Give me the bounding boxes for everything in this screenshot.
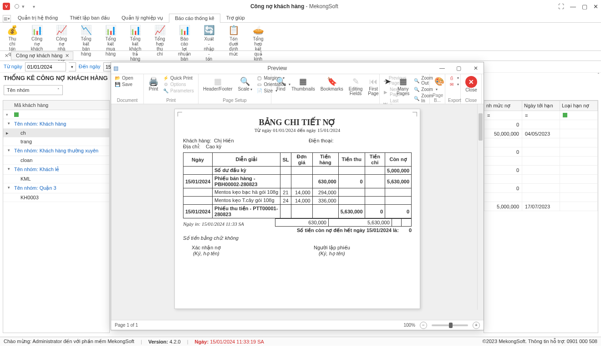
customer-row[interactable]: cloan (3, 156, 109, 165)
ribbon-btn-5[interactable]: 📊Tổngkếtkháchtrảhàng (123, 24, 148, 50)
report-meta: Khách hàng: Chị Hiền Điện thoại: Địa chỉ… (183, 138, 412, 150)
minimize-icon[interactable]: — (570, 3, 576, 10)
filter-icon (563, 113, 567, 117)
report-subtitle: Từ ngày 01/01/2024 đến ngày 15/01/2024 (183, 127, 412, 133)
group-by-dropdown[interactable]: Tên nhóm ˄ (4, 85, 63, 95)
table-row[interactable]: 0 (484, 120, 598, 129)
table-row[interactable] (484, 157, 598, 166)
collapse-ribbon-icon[interactable]: ˆ (598, 73, 599, 78)
window-controls: ⛶ — ▢ ✕ (554, 3, 598, 10)
ribbon-btn-10[interactable]: 🥧Tổnghợpkếtquảkinhdoanh (246, 24, 270, 50)
column-header[interactable]: Ngày tới hạn (522, 101, 560, 111)
ribbon-btn-0[interactable]: 💰Thuchitồnquỹ (0, 24, 25, 50)
ribbon-btn-6[interactable]: 📈Tổnghợpthuchi (148, 24, 172, 50)
ribbon-icon: 📈 (55, 25, 68, 35)
ribbon-btn-7[interactable]: 📊Báocáolợinhuậnbánhàng (172, 24, 197, 50)
column-header[interactable]: Loại hạn nợ (560, 101, 598, 111)
ribbon-btn-8[interactable]: 🔄Xuất-nhập-tồnkho (197, 24, 221, 50)
find-button[interactable]: 🔍Find (274, 75, 288, 92)
column-header-code[interactable]: Mã khách hàng (3, 101, 109, 110)
quick-print-button[interactable]: ⚡Quick Print (162, 75, 195, 81)
ribbon-icon: 📊 (178, 25, 191, 35)
customer-row[interactable]: ▸ch (3, 129, 109, 137)
report-title: BẢNG CHI TIẾT NỢ (183, 117, 412, 127)
from-date-picker-icon[interactable]: ▾ (69, 62, 76, 71)
maximize-icon[interactable]: ▢ (582, 3, 587, 10)
group-header[interactable]: Tên nhóm: Quận 3 (3, 183, 109, 193)
scale-button[interactable]: 🔍Scale▾ (236, 75, 254, 93)
print-button[interactable]: 🖨️Print (147, 75, 160, 92)
save-button[interactable]: 💾Save (114, 81, 134, 87)
fullscreen-icon[interactable]: ⛶ (558, 3, 564, 10)
tab-close-icon[interactable]: ✕ (65, 53, 69, 59)
ribbon-icon: 📊 (129, 25, 142, 35)
pointer-button[interactable]: ➤ (382, 75, 393, 88)
group-header[interactable]: Tên nhóm: Khách hàng thường xuyên (3, 146, 109, 156)
table-row[interactable]: 0 (484, 166, 598, 175)
preview-ribbon: 📂Open 💾Save Document 🖨️Print ⚡Quick Prin… (111, 74, 484, 104)
copyright-text: ©2023 MekongSoft. Thông tin hỗ trợ: 0901… (483, 339, 597, 344)
table-row[interactable]: 5,000,00017/07/2023 (484, 202, 598, 211)
group-by-label: Tên nhóm (7, 87, 30, 93)
window-title: Công nợ khách hàng - MekongSoft (35, 3, 554, 10)
main-tab-4[interactable]: Trợ giúp (220, 13, 251, 22)
ribbon-btn-3[interactable]: 📉Tổngkếtbánhàng (74, 24, 98, 50)
thumbnails-button[interactable]: ▦Thumbnails (290, 75, 317, 92)
group-header[interactable]: Tên nhóm: Khách hàng (3, 119, 109, 129)
ribbon-btn-1[interactable]: 📊Côngnợkháchhàng (25, 24, 49, 50)
filter-icon[interactable] (14, 112, 19, 117)
preview-minimize-icon[interactable]: — (434, 65, 450, 71)
ribbon-icon: 💰 (6, 25, 19, 35)
main-tab-0[interactable]: Quản trị hệ thống (12, 13, 64, 22)
ribbon-btn-4[interactable]: 📊Tổngkếtmuahàng (98, 24, 123, 50)
page-background-button[interactable]: 🎨 (433, 75, 446, 88)
export-pdf-button[interactable]: ⎙▾ (448, 75, 460, 81)
tab-cong-no[interactable]: Công nợ khách hàng ✕ (11, 51, 73, 60)
from-date-input[interactable] (25, 62, 66, 71)
ribbon-menu-icon[interactable]: ▥▾ (3, 15, 11, 22)
export-mail-button[interactable]: ✉▾ (448, 81, 460, 87)
debt-limit-grid: nh mức nợNgày tới hạnLoại hạn nợ ==050,0… (484, 100, 598, 333)
qat-arrow[interactable]: ▾ (22, 4, 25, 10)
ribbon-icon: 📊 (31, 25, 43, 35)
customer-row[interactable]: trang (3, 137, 109, 146)
quick-access-dropdown[interactable] (15, 4, 19, 9)
preview-page-area[interactable]: BẢNG CHI TIẾT NỢ Từ ngày 01/01/2024 đến … (111, 104, 484, 320)
many-pages-button[interactable]: ▦Many Pages (395, 75, 411, 97)
zoom-percent: 100% (403, 323, 415, 328)
column-header[interactable]: nh mức nợ (484, 101, 522, 111)
main-tab-1[interactable]: Thiết lập ban đầu (64, 13, 116, 22)
group-header[interactable]: Tên nhóm: Khách lẻ (3, 165, 109, 175)
main-tab-3[interactable]: Báo cáo thống kê (169, 14, 220, 23)
preview-maximize-icon[interactable]: ▢ (451, 65, 467, 71)
close-icon[interactable]: ✕ (593, 3, 598, 10)
table-row[interactable] (484, 175, 598, 184)
preview-title-bar: ▤ Preview — ▢ ✕ (111, 62, 484, 74)
filter-cell[interactable]: = (522, 111, 560, 120)
ribbon-btn-2[interactable]: 📈Côngnợnhàcungcấp (49, 24, 74, 50)
zoom-minus-button[interactable]: − (420, 322, 427, 329)
bookmarks-button: 🔖Bookmarks (319, 75, 345, 92)
main-tab-2[interactable]: Quản lý nghiệp vụ (116, 13, 169, 22)
filter-cell[interactable] (560, 111, 598, 120)
customer-grid: Mã khách hàng ▾ Tên nhóm: Khách hàng▸cht… (3, 100, 110, 333)
grid-filter-row[interactable]: ▾ (3, 110, 109, 119)
table-row[interactable] (484, 138, 598, 147)
close-all-tabs[interactable]: ✕ (3, 53, 10, 59)
table-row[interactable] (484, 193, 598, 202)
open-button[interactable]: 📂Open (114, 75, 134, 81)
close-preview-button[interactable]: ✕Close (463, 75, 479, 93)
ribbon-btn-9[interactable]: 📋Tồndướiđịnhmức (221, 24, 246, 50)
from-date-label: Từ ngày (4, 64, 22, 70)
preview-close-icon[interactable]: ✕ (468, 65, 484, 71)
customer-row[interactable]: KML (3, 175, 109, 183)
table-row[interactable]: 50,000,00004/05/2023 (484, 129, 598, 138)
table-row[interactable]: 0 (484, 147, 598, 157)
zoom-slider[interactable] (432, 324, 468, 326)
zoom-plus-button[interactable]: + (473, 322, 480, 329)
table-row[interactable]: 0 (484, 184, 598, 193)
filter-marker-icon: ▾ (6, 112, 8, 117)
preview-scrollbar[interactable] (477, 104, 484, 310)
filter-cell[interactable]: = (484, 111, 522, 120)
customer-row[interactable]: KH0003 (3, 193, 109, 202)
